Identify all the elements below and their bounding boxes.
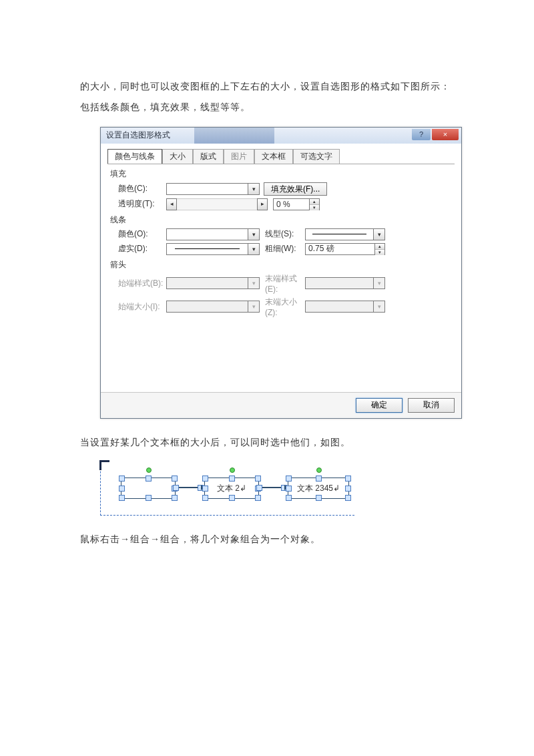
transparency-slider[interactable]: ◂ ▸ — [166, 198, 268, 210]
textbox-3[interactable]: 文本 2345↲ — [288, 478, 349, 499]
intro-paragraph: 的大小，同时也可以改变图框的上下左右的大小，设置自选图形的格式如下图所示：包括线… — [80, 76, 454, 118]
slider-right-icon[interactable]: ▸ — [257, 198, 268, 210]
begin-size-label: 始端大小(I): — [118, 301, 166, 313]
chevron-down-icon[interactable] — [248, 244, 259, 254]
fill-color-label: 颜色(C): — [118, 183, 166, 194]
arrow-section-label: 箭头 — [110, 259, 455, 270]
cancel-button[interactable]: 取消 — [408, 398, 455, 413]
tab-alt-text[interactable]: 可选文字 — [293, 149, 340, 164]
line-style-combo[interactable] — [305, 228, 385, 240]
textbox-2[interactable]: 文本 2↲ — [204, 478, 259, 499]
grouped-textboxes-figure: 文本 2↲ 文本 2345↲ — [100, 461, 354, 516]
format-autoshape-dialog: 设置自选图形格式 ? × 颜色与线条 大小 版式 图片 文本框 可选文字 填充 … — [100, 127, 462, 419]
connector-arrow-1[interactable] — [176, 487, 201, 488]
line-dash-combo[interactable] — [166, 243, 260, 255]
line-color-label: 颜色(O): — [118, 228, 166, 240]
begin-style-label: 始端样式(B): — [118, 278, 166, 289]
line-color-combo[interactable] — [166, 228, 260, 240]
help-button[interactable]: ? — [412, 129, 431, 140]
begin-size-combo — [166, 301, 260, 313]
end-style-combo — [305, 277, 385, 289]
end-size-combo — [305, 301, 385, 313]
line-dash-label: 虚实(D): — [118, 243, 166, 254]
line-weight-label: 粗细(W): — [265, 243, 305, 254]
chevron-down-icon[interactable] — [248, 229, 259, 240]
textbox-2-label: 文本 2↲ — [217, 483, 246, 494]
chevron-down-icon[interactable] — [373, 229, 384, 240]
begin-style-combo — [166, 277, 260, 289]
ok-button[interactable]: 确定 — [356, 398, 403, 413]
tab-layout[interactable]: 版式 — [193, 149, 224, 164]
fill-section-label: 填充 — [110, 168, 455, 180]
tab-size[interactable]: 大小 — [162, 149, 193, 164]
line-style-label: 线型(S): — [265, 228, 305, 240]
end-paragraph: 鼠标右击→组合→组合，将几个对象组合为一个对象。 — [80, 529, 454, 550]
end-style-label: 末端样式(E): — [265, 273, 305, 294]
slider-left-icon[interactable]: ◂ — [166, 198, 177, 210]
mid-paragraph: 当设置好某几个文本框的大小后，可以同时选中他们，如图。 — [80, 432, 454, 453]
textbox-3-label: 文本 2345↲ — [297, 483, 340, 494]
tab-colors-lines[interactable]: 颜色与线条 — [107, 149, 162, 164]
tab-textbox[interactable]: 文本框 — [254, 149, 293, 164]
connector-arrow-2[interactable] — [259, 487, 284, 488]
dialog-title: 设置自选图形格式 — [106, 130, 170, 141]
line-weight-input[interactable]: 0.75 磅 ▴▾ — [305, 243, 385, 255]
line-section-label: 线条 — [110, 214, 455, 226]
textbox-1[interactable] — [121, 478, 176, 499]
tab-picture: 图片 — [224, 149, 254, 164]
transparency-label: 透明度(T): — [118, 198, 166, 210]
chevron-down-icon[interactable] — [248, 184, 259, 194]
close-button[interactable]: × — [432, 129, 459, 140]
fill-color-combo[interactable] — [166, 183, 260, 195]
transparency-input[interactable]: 0 % ▴▾ — [273, 198, 320, 210]
fill-effects-button[interactable]: 填充效果(F)... — [264, 182, 327, 196]
end-size-label: 末端大小(Z): — [265, 297, 305, 317]
dialog-tabs: 颜色与线条 大小 版式 图片 文本框 可选文字 — [107, 149, 455, 164]
dialog-titlebar[interactable]: 设置自选图形格式 ? × — [101, 128, 461, 144]
